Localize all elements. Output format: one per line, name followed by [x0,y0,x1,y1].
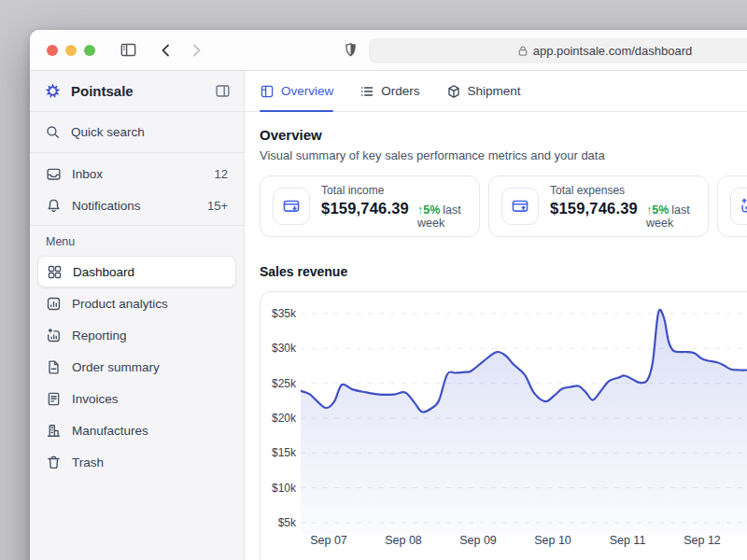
metric-delta: ↑5%last week [417,203,467,230]
x-axis-tick: Sep 07 [301,533,357,548]
main-content: Overview Orders Shipment Overview Visual… [245,71,747,560]
y-axis-tick: $25k [261,376,296,391]
sidebar-item-invoices[interactable]: Invoices [37,383,236,414]
overview-page: Overview Visual summary of key sales per… [245,112,747,560]
y-axis-tick: $10k [261,481,296,496]
sidebar-item-inbox[interactable]: Inbox 12 [37,158,236,189]
x-axis-tick: Sep 09 [450,533,506,548]
bar-chart-icon [46,296,62,312]
chevron-left-icon [158,42,175,59]
metric-value: $159,746.39 [321,200,409,217]
sidebar-item-dashboard[interactable]: Dashboard [37,256,236,287]
y-axis-tick: $15k [261,445,296,460]
metric-delta: ↑5%last week [646,203,696,230]
browser-window: app.pointsale.com/dashboard Pointsale Q [30,30,747,560]
metric-card-total-income: Total income $159,746.39 ↑5%last week [260,175,480,237]
metric-value: $159,746.39 [550,200,638,217]
metric-cards-row: Total income $159,746.39 ↑5%last week [260,175,747,237]
panel-collapse-icon [215,83,231,99]
order-summary-label: Order summary [72,360,228,374]
orders-list-icon [359,84,374,99]
sidebar-item-manufactures[interactable]: Manufactures [37,414,236,446]
product-analytics-label: Product analytics [72,297,228,311]
tab-overview[interactable]: Overview [260,71,333,111]
minimize-button[interactable] [65,45,77,56]
tab-shipment-label: Shipment [468,84,521,98]
forward-button[interactable] [188,42,204,59]
sidebar-item-trash[interactable]: Trash [37,446,236,478]
bell-icon [46,198,62,214]
document-icon [46,359,62,375]
expenses-card-icon [501,188,539,225]
quick-search-label: Quick search [71,125,145,139]
browser-titlebar: app.pointsale.com/dashboard [30,30,747,71]
chevron-right-icon [188,42,204,59]
delta-value: 5% [423,203,440,217]
inbox-icon [46,166,62,182]
trash-icon [46,455,62,470]
inbox-label: Inbox [72,167,204,181]
browser-sidebar-toggle-button[interactable] [120,41,137,59]
income-card-icon [273,188,310,225]
notifications-badge: 15+ [207,199,228,213]
chart-up-card-icon [730,188,747,225]
y-axis-tick: $20k [261,411,296,426]
sales-revenue-chart-card: $35k$30k$25k$20k$15k$10k$5k Sep 07Sep 08… [260,291,747,560]
manufactures-label: Manufactures [72,424,228,438]
shipment-package-icon [446,84,461,99]
traffic-lights [47,45,95,56]
invoices-label: Invoices [72,392,228,406]
tab-bar: Overview Orders Shipment [245,71,747,112]
search-icon [45,124,61,140]
report-chart-icon [46,328,62,343]
dashboard-grid-icon [47,264,63,280]
pointsale-logo-icon [43,81,63,101]
sidebar-menu: Dashboard Product analytics Reporting Or… [30,256,244,478]
app-sidebar: Pointsale Quick search Inbox 12 [30,71,245,560]
invoice-icon [46,391,62,407]
back-button[interactable] [158,42,175,59]
zoom-button[interactable] [84,45,95,56]
shield-icon [343,42,359,58]
sidebar-workspace-group: Inbox 12 Notifications 15+ [30,153,244,225]
x-axis-tick: Sep 12 [674,533,730,548]
tab-shipment[interactable]: Shipment [446,71,521,111]
lock-icon [517,45,529,57]
overview-layout-icon [260,84,275,99]
sidebar-panel-icon [120,41,137,59]
tab-orders-label: Orders [381,84,419,98]
tab-overview-label: Overview [281,84,333,98]
metric-label: Total expenses [550,184,696,198]
reporting-label: Reporting [72,329,228,343]
y-axis-tick: $5k [261,515,296,530]
factory-building-icon [46,423,62,439]
trash-label: Trash [72,455,228,469]
y-axis-tick: $30k [261,341,296,356]
notifications-label: Notifications [72,199,197,213]
metric-card-total-expenses: Total expenses $159,746.39 ↑5%last week [488,175,709,237]
close-button[interactable] [47,45,58,56]
sidebar-item-notifications[interactable]: Notifications 15+ [37,189,236,221]
x-axis-tick: Sep 10 [525,533,581,548]
sidebar-item-order-summary[interactable]: Order summary [37,351,236,383]
sidebar-item-reporting[interactable]: Reporting [37,319,236,351]
brand-name: Pointsale [71,83,215,99]
x-axis-tick: Sep 11 [599,533,655,548]
delta-value: 5% [652,203,669,217]
sidebar-item-product-analytics[interactable]: Product analytics [37,287,236,319]
sales-revenue-title: Sales revenue [260,263,747,280]
inbox-badge: 12 [215,167,228,181]
tab-orders[interactable]: Orders [359,71,419,111]
x-axis-tick: Sep 08 [375,533,431,548]
sidebar-collapse-button[interactable] [215,83,231,99]
sidebar-header: Pointsale [30,71,244,112]
y-axis-tick: $35k [261,306,296,321]
metric-label: Total income [321,184,467,198]
desktop-background: app.pointsale.com/dashboard Pointsale Q [0,0,747,560]
sales-chart-svg [301,292,747,535]
privacy-shield-button[interactable] [343,42,359,58]
url-text: app.pointsale.com/dashboard [533,44,693,58]
sidebar-item-quick-search[interactable]: Quick search [30,112,244,153]
url-bar[interactable]: app.pointsale.com/dashboard [369,38,747,63]
dashboard-label: Dashboard [73,265,227,279]
